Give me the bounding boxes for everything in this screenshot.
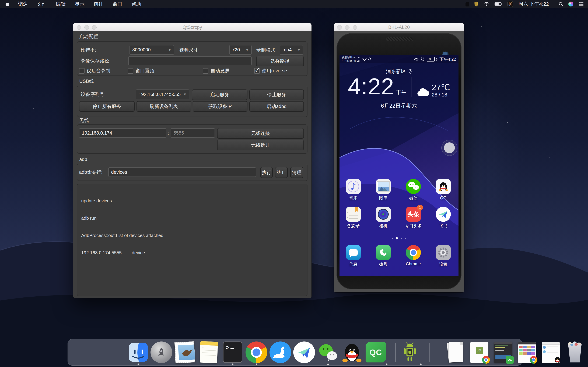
phone-titlebar[interactable]: BKL-AL20 bbox=[334, 23, 464, 32]
app-toutiao[interactable]: 头条 1 今日头条 bbox=[401, 207, 426, 229]
stop-service-button[interactable]: 停止服务 bbox=[249, 90, 304, 100]
minimize-button[interactable] bbox=[345, 25, 349, 30]
wireless-port-input[interactable] bbox=[171, 128, 215, 138]
weather-hilo: 28 / 18 bbox=[432, 92, 447, 98]
dock-mail-icon[interactable] bbox=[174, 342, 196, 363]
dock-minimized-qq-window[interactable] bbox=[542, 342, 560, 363]
dock-scrcpy-android-icon[interactable] bbox=[399, 342, 421, 363]
notification-center-icon[interactable] bbox=[579, 2, 584, 6]
record-format-combo[interactable]: mp4▼ bbox=[280, 45, 303, 55]
siri-orb bbox=[568, 1, 573, 7]
dock-finder-icon[interactable] bbox=[127, 342, 149, 363]
assistive-touch-ball[interactable] bbox=[441, 140, 458, 156]
dock-launchpad-icon[interactable] bbox=[150, 342, 172, 363]
record-path-input[interactable] bbox=[128, 56, 252, 65]
phone-bezel: 优酷移动 3G 中国联通 4G bbox=[337, 33, 461, 289]
log-line: update devices... bbox=[81, 198, 303, 204]
app-notes[interactable]: 备忘录 bbox=[341, 207, 366, 229]
dock-notes-icon[interactable] bbox=[198, 342, 220, 363]
checkbox-use-reverse[interactable]: 使用reverse bbox=[254, 68, 287, 74]
app-label: 微信 bbox=[401, 195, 426, 201]
app-wechat[interactable]: 微信 bbox=[401, 179, 426, 201]
chrome-badge-icon bbox=[482, 356, 490, 364]
clear-button[interactable]: 清理 bbox=[290, 167, 303, 178]
log-line: 192.168.0.174:5555 device bbox=[81, 250, 303, 256]
menu-item-file[interactable]: 文件 bbox=[32, 0, 51, 8]
minimize-button[interactable] bbox=[84, 25, 89, 30]
carrier1: 优酷移动 bbox=[342, 56, 353, 59]
menu-item-help[interactable]: 帮助 bbox=[127, 0, 146, 8]
phone-screen[interactable]: 优酷移动 3G 中国联通 4G bbox=[339, 55, 458, 276]
close-button[interactable] bbox=[337, 25, 342, 30]
zoom-button[interactable] bbox=[353, 25, 357, 30]
dock-app-settings[interactable]: 设置 bbox=[431, 245, 456, 267]
menu-item-edit[interactable]: 编辑 bbox=[51, 0, 70, 8]
dock-documents-stack[interactable] bbox=[445, 342, 466, 363]
dock-app-messages[interactable]: 信息 bbox=[341, 245, 366, 267]
close-button[interactable] bbox=[77, 25, 81, 30]
dock-chrome-icon[interactable] bbox=[245, 342, 267, 363]
app-label: 飞书 bbox=[431, 223, 456, 229]
checkbox-box bbox=[128, 68, 133, 74]
search-icon[interactable] bbox=[559, 2, 563, 6]
zoom-button[interactable] bbox=[92, 25, 97, 30]
checkbox-auto-screen-off[interactable]: 自动息屏 bbox=[203, 68, 229, 74]
menu-item-window[interactable]: 窗口 bbox=[108, 0, 127, 8]
app-music[interactable]: ♪ 音乐 bbox=[341, 179, 366, 201]
dock-minimized-chrome-window[interactable]: 坤 bbox=[470, 342, 488, 363]
app-gallery[interactable]: 图库 bbox=[371, 179, 396, 201]
terminate-button[interactable]: 终止 bbox=[275, 167, 288, 178]
checkbox-window-on-top[interactable]: 窗口置顶 bbox=[128, 68, 154, 74]
apple-menu[interactable] bbox=[0, 0, 13, 8]
get-device-ip-button[interactable]: 获取设备IP bbox=[193, 101, 247, 112]
shield-icon[interactable] bbox=[474, 1, 478, 7]
dock-seal-app-icon[interactable] bbox=[269, 342, 291, 363]
dock-terminal-icon[interactable]: > bbox=[222, 342, 243, 363]
dock-minimized-code-window[interactable]: QC bbox=[494, 342, 512, 363]
dock-app-dialer[interactable]: 拨号 bbox=[371, 245, 396, 267]
dock-minimized-browser-window[interactable] bbox=[518, 342, 536, 363]
notification-app-icon[interactable] bbox=[466, 2, 469, 7]
choose-path-button[interactable]: 选择路径 bbox=[256, 56, 304, 67]
gear-icon bbox=[438, 247, 449, 258]
status-right: 38 下午4:22 bbox=[414, 57, 456, 62]
menu-item-finder[interactable]: 访达 bbox=[13, 0, 32, 8]
menubar-clock[interactable]: 周六 下午4:22 bbox=[518, 1, 549, 7]
app-feishu[interactable]: 飞书 bbox=[431, 207, 456, 229]
refresh-devices-button[interactable]: 刷新设备列表 bbox=[137, 101, 191, 112]
dock-qtcreator-icon[interactable]: QC bbox=[365, 342, 387, 363]
menu-item-go[interactable]: 前往 bbox=[89, 0, 108, 8]
input-method-icon[interactable]: 拼 bbox=[508, 1, 513, 7]
app-label: 备忘录 bbox=[341, 223, 366, 229]
serial-combo[interactable]: 192.168.0.174:5555▼ bbox=[136, 90, 189, 99]
execute-button[interactable]: 执行 bbox=[260, 167, 273, 178]
dock-qq-icon[interactable] bbox=[341, 342, 363, 363]
adb-cmd-input[interactable] bbox=[108, 167, 256, 177]
wireless-connect-button[interactable]: 无线连接 bbox=[217, 128, 304, 139]
checkbox-box bbox=[203, 68, 208, 74]
wireless-disconnect-button[interactable]: 无线断开 bbox=[217, 140, 304, 150]
qtscrcpy-titlebar[interactable]: QtScrcpy bbox=[73, 23, 311, 32]
video-size-combo[interactable]: 720▼ bbox=[229, 45, 252, 55]
clock-widget[interactable]: 4:22 下午 27℃ 28 / 18 bbox=[339, 74, 458, 99]
app-qq[interactable]: QQ bbox=[431, 179, 456, 200]
adb-log-output[interactable]: update devices... adb run AdbProcess::ou… bbox=[77, 184, 307, 296]
siri-icon[interactable] bbox=[568, 1, 573, 7]
start-adbd-button[interactable]: 启动adbd bbox=[249, 101, 304, 112]
clock-divider bbox=[411, 77, 411, 97]
battery-icon[interactable] bbox=[494, 2, 502, 6]
wifi-icon[interactable] bbox=[484, 2, 489, 6]
app-camera[interactable]: 相机 bbox=[371, 207, 396, 229]
start-service-button[interactable]: 启动服务 bbox=[192, 90, 247, 100]
dock-wechat-icon[interactable] bbox=[317, 342, 339, 363]
window-controls bbox=[77, 25, 97, 30]
checkbox-background-record[interactable]: 仅后台录制 bbox=[79, 68, 110, 74]
charging-bolt-icon bbox=[436, 58, 438, 61]
dock-app-chrome[interactable]: Chrome bbox=[401, 245, 426, 266]
menu-item-view[interactable]: 显示 bbox=[70, 0, 89, 8]
wireless-ip-input[interactable] bbox=[79, 128, 166, 138]
stop-all-services-button[interactable]: 停止所有服务 bbox=[79, 101, 135, 112]
dock-feishu-icon[interactable] bbox=[293, 342, 315, 363]
bitrate-combo[interactable]: 8000000▼ bbox=[130, 45, 174, 55]
dock-trash-icon[interactable] bbox=[564, 342, 586, 363]
